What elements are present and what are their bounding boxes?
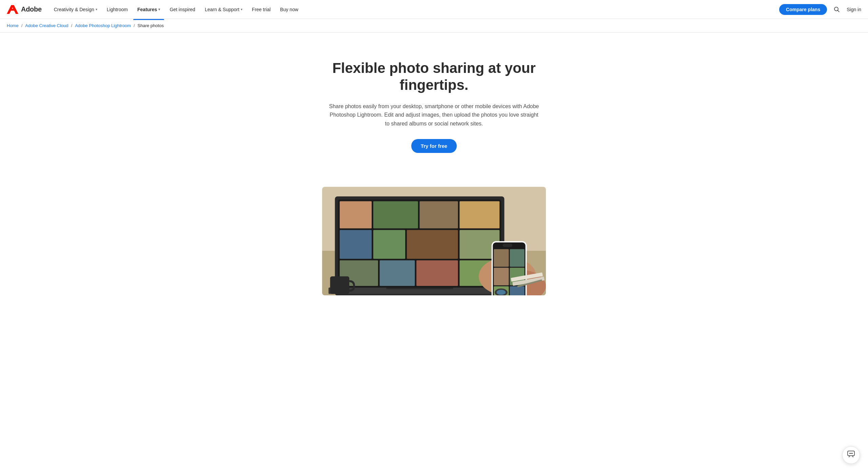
svg-rect-25	[510, 249, 524, 267]
chevron-down-icon: ▾	[241, 7, 242, 11]
chevron-down-icon: ▾	[96, 7, 97, 11]
svg-rect-29	[510, 286, 524, 295]
breadcrumb-separator: /	[21, 23, 23, 28]
breadcrumb: Home / Adobe Creative Cloud / Adobe Phot…	[0, 19, 868, 33]
svg-rect-19	[386, 288, 453, 289]
breadcrumb-current: Share photos	[138, 23, 164, 28]
svg-rect-10	[340, 230, 372, 259]
main-content: Flexible photo sharing at your fingertip…	[0, 33, 868, 295]
sign-in-link[interactable]: Sign in	[847, 7, 861, 12]
svg-line-1	[838, 10, 840, 12]
svg-rect-9	[459, 201, 499, 228]
search-icon	[834, 6, 840, 13]
breadcrumb-separator: /	[134, 23, 135, 28]
nav-buy-now[interactable]: Buy now	[276, 5, 302, 14]
nav-get-inspired[interactable]: Get inspired	[165, 5, 199, 14]
main-nav: Creativity & Design ▾ Lightroom Features…	[50, 5, 779, 14]
breadcrumb-home[interactable]: Home	[7, 23, 19, 28]
breadcrumb-separator: /	[71, 23, 73, 28]
nav-features[interactable]: Features ▾	[133, 5, 164, 14]
try-for-free-button[interactable]: Try for free	[411, 139, 457, 153]
svg-rect-26	[494, 268, 509, 285]
hero-image	[322, 187, 546, 296]
nav-creativity-design[interactable]: Creativity & Design ▾	[50, 5, 101, 14]
hero-description: Share photos easily from your desktop, s…	[329, 102, 539, 128]
svg-rect-6	[340, 201, 372, 228]
compare-plans-button[interactable]: Compare plans	[779, 4, 827, 15]
adobe-brand-text: Adobe	[21, 5, 42, 13]
breadcrumb-lightroom[interactable]: Adobe Photoshop Lightroom	[75, 23, 131, 28]
nav-learn-support[interactable]: Learn & Support ▾	[201, 5, 246, 14]
header-actions: Compare plans Sign in	[779, 4, 861, 15]
svg-point-32	[497, 290, 506, 295]
svg-rect-7	[373, 201, 418, 228]
svg-rect-30	[503, 243, 512, 247]
breadcrumb-creative-cloud[interactable]: Adobe Creative Cloud	[25, 23, 68, 28]
nav-lightroom[interactable]: Lightroom	[103, 5, 132, 14]
svg-rect-8	[420, 201, 458, 228]
svg-rect-33	[330, 276, 350, 294]
nav-free-trial[interactable]: Free trial	[248, 5, 275, 14]
svg-rect-11	[373, 230, 405, 259]
adobe-logo-icon	[7, 5, 18, 14]
adobe-logo[interactable]: Adobe	[7, 5, 42, 14]
main-header: Adobe Creativity & Design ▾ Lightroom Fe…	[0, 0, 868, 19]
hero-image-area	[315, 187, 553, 296]
search-button[interactable]	[832, 5, 841, 14]
svg-rect-24	[494, 249, 509, 267]
svg-rect-15	[380, 260, 415, 286]
chevron-down-icon: ▾	[158, 7, 160, 11]
hero-title: Flexible photo sharing at your fingertip…	[305, 60, 563, 94]
hero-section: Flexible photo sharing at your fingertip…	[298, 33, 570, 173]
svg-rect-12	[407, 230, 458, 259]
svg-rect-16	[416, 260, 458, 286]
